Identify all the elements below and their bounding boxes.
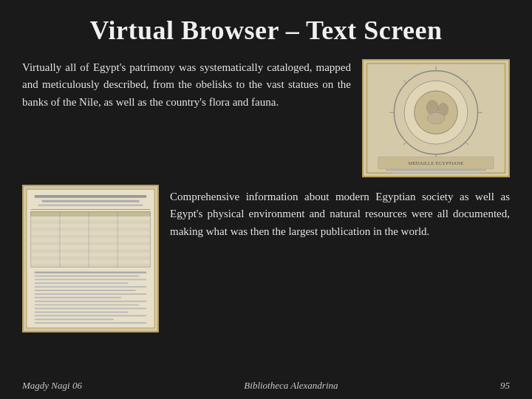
svg-rect-30 [31, 224, 150, 228]
bottom-section: Comprehensive information about modern E… [22, 185, 510, 332]
svg-rect-37 [31, 249, 150, 253]
footer-left: Magdy Nagi 06 [22, 380, 82, 392]
svg-rect-24 [38, 205, 143, 206]
footer-right: 95 [500, 380, 510, 392]
slide-title: Virtual Browser – Text Screen [22, 15, 510, 46]
svg-rect-33 [31, 235, 150, 239]
svg-rect-58 [35, 315, 147, 316]
svg-rect-34 [31, 239, 150, 242]
svg-rect-51 [35, 290, 136, 291]
svg-rect-35 [31, 242, 150, 245]
svg-rect-32 [31, 231, 150, 235]
svg-rect-28 [31, 216, 150, 220]
svg-rect-60 [35, 322, 147, 324]
svg-rect-39 [31, 256, 150, 260]
svg-rect-50 [35, 286, 147, 287]
svg-rect-52 [35, 293, 147, 295]
svg-rect-26 [31, 211, 150, 216]
svg-rect-46 [35, 272, 147, 273]
svg-rect-57 [35, 311, 129, 313]
svg-rect-18 [386, 169, 487, 171]
svg-rect-36 [31, 245, 150, 249]
text-block-top: Virtually all of Egypt's patrimony was s… [22, 59, 351, 177]
svg-rect-19 [393, 172, 480, 173]
svg-rect-48 [35, 279, 147, 280]
svg-rect-31 [31, 228, 150, 231]
slide: Virtual Browser – Text Screen Virtually … [0, 0, 532, 399]
svg-rect-22 [35, 195, 147, 198]
footer: Magdy Nagi 06 Bibliotheca Alexandrina 95 [22, 380, 510, 392]
svg-rect-54 [35, 301, 147, 302]
svg-rect-55 [35, 304, 140, 306]
svg-rect-38 [31, 253, 150, 256]
svg-rect-53 [35, 297, 121, 299]
svg-rect-59 [35, 318, 115, 320]
image-bottom-left [22, 185, 159, 332]
image-top-right: MEDAILLE EGYPTIANE [362, 59, 510, 177]
svg-rect-29 [31, 220, 150, 224]
svg-text:MEDAILLE EGYPTIANE: MEDAILLE EGYPTIANE [409, 160, 464, 166]
svg-rect-41 [31, 264, 150, 267]
svg-rect-47 [35, 276, 140, 277]
svg-rect-23 [41, 200, 139, 202]
svg-rect-40 [31, 260, 150, 264]
svg-rect-56 [35, 308, 147, 310]
top-section: Virtually all of Egypt's patrimony was s… [22, 59, 510, 177]
text-block-bottom: Comprehensive information about modern E… [170, 185, 510, 332]
footer-center: Bibliotheca Alexandrina [244, 380, 338, 392]
svg-point-15 [427, 112, 444, 124]
svg-rect-49 [35, 282, 129, 284]
